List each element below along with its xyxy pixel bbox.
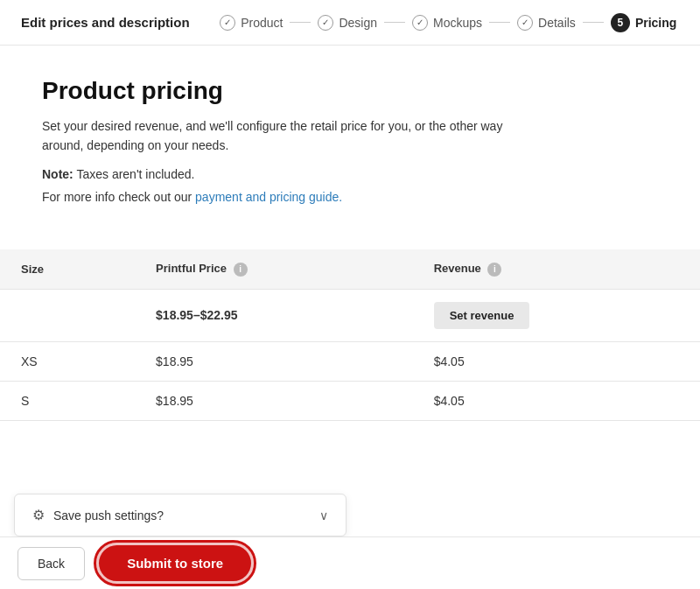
page-title: Edit prices and description [21, 15, 190, 30]
step-details-check: ✓ [517, 15, 533, 31]
step-details[interactable]: ✓ Details [517, 15, 576, 31]
submit-to-store-button[interactable]: Submit to store [99, 545, 251, 581]
note-bold: Note: [42, 167, 74, 181]
note-row: Note: Taxes aren't included. [42, 167, 658, 181]
pricing-guide-link[interactable]: payment and pricing guide. [195, 190, 342, 204]
step-product-check: ✓ [220, 15, 235, 31]
step-design-check: ✓ [318, 15, 333, 31]
info-prefix: For more info check out our [42, 190, 195, 204]
step-pricing[interactable]: 5 Pricing [611, 13, 676, 32]
page-description: Set your desired revenue, and we'll conf… [42, 117, 514, 155]
row-xs-price: $18.95 [135, 341, 413, 381]
bulk-price-cell: $18.95–$22.95 [135, 289, 413, 341]
step-mockups-label: Mockups [433, 16, 482, 30]
table-row: XS $18.95 $4.05 [0, 341, 700, 381]
table-row: S $18.95 $4.05 [0, 381, 700, 420]
chevron-down-icon: ∨ [319, 508, 328, 522]
row-s-size: S [0, 381, 135, 420]
save-bar-text: Save push settings? [53, 508, 164, 522]
note-text: Taxes aren't included. [74, 167, 195, 181]
step-product[interactable]: ✓ Product [220, 15, 283, 31]
save-bar-label-group: ⚙ Save push settings? [32, 507, 164, 523]
product-pricing-title: Product pricing [42, 77, 658, 105]
step-product-label: Product [241, 16, 283, 30]
revenue-info-icon[interactable]: i [487, 263, 501, 277]
step-mockups[interactable]: ✓ Mockups [412, 15, 482, 31]
pricing-table-section: Size Printful Price i Revenue i $18.95–$… [0, 249, 700, 421]
steps-nav: ✓ Product ✓ Design ✓ Mockups ✓ Details 5… [218, 13, 679, 32]
main-content: Product pricing Set your desired revenue… [0, 46, 700, 225]
footer-actions: Back Submit to store [0, 536, 700, 589]
price-info-icon[interactable]: i [234, 263, 248, 277]
step-design[interactable]: ✓ Design [318, 15, 377, 31]
step-pricing-label: Pricing [635, 16, 676, 30]
step-sep-3 [489, 22, 510, 23]
step-sep-1 [290, 22, 311, 23]
row-xs-revenue: $4.05 [413, 341, 700, 381]
save-push-settings-bar[interactable]: ⚙ Save push settings? ∨ [14, 494, 346, 536]
gear-icon: ⚙ [32, 507, 45, 523]
bulk-pricing-row: $18.95–$22.95 Set revenue [0, 289, 700, 341]
back-button[interactable]: Back [18, 547, 85, 580]
col-revenue-header: Revenue i [413, 249, 700, 289]
set-revenue-button[interactable]: Set revenue [434, 302, 530, 329]
row-xs-size: XS [0, 341, 135, 381]
step-design-label: Design [339, 16, 377, 30]
col-size-header: Size [0, 249, 135, 289]
step-pricing-badge: 5 [611, 13, 630, 32]
bulk-price-range: $18.95–$22.95 [156, 308, 237, 322]
page-header: Edit prices and description ✓ Product ✓ … [0, 0, 700, 46]
row-s-price: $18.95 [135, 381, 413, 420]
col-price-header: Printful Price i [135, 249, 413, 289]
bulk-size-cell [0, 289, 135, 341]
step-details-label: Details [538, 16, 576, 30]
row-s-revenue: $4.05 [413, 381, 700, 420]
step-mockups-check: ✓ [412, 15, 428, 31]
step-sep-4 [583, 22, 604, 23]
pricing-table: Size Printful Price i Revenue i $18.95–$… [0, 249, 700, 421]
step-sep-2 [384, 22, 405, 23]
info-link-row: For more info check out our payment and … [42, 190, 658, 204]
bulk-revenue-cell: Set revenue [413, 289, 700, 341]
